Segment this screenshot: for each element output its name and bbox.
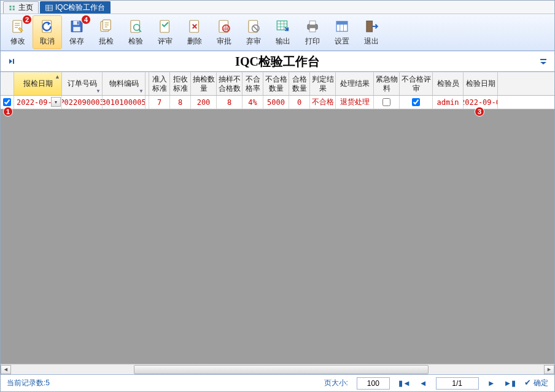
checkbox-sel[interactable] — [3, 98, 11, 106]
batch-icon — [98, 18, 115, 35]
next-page-button[interactable]: ► — [487, 379, 495, 388]
checkbox-urgent[interactable] — [382, 98, 390, 106]
home-icon — [9, 4, 16, 12]
date-dropdown-icon[interactable]: ▾ — [51, 97, 61, 107]
approve-button[interactable]: 审 审批 — [209, 15, 239, 49]
title-left-toggle[interactable] — [4, 57, 19, 66]
svg-rect-0 — [10, 6, 12, 7]
svg-rect-27 — [309, 28, 316, 32]
cell-sampleQty: 200 — [191, 96, 217, 109]
delete-button[interactable]: 删除 — [180, 15, 209, 49]
modify-badge: 2 — [22, 15, 32, 25]
cell-reportDate: 2022-09-0▾ — [14, 96, 62, 109]
filter-icon[interactable]: ▼ — [139, 88, 144, 94]
col-ngReview[interactable]: 不合格评 审 — [400, 72, 433, 95]
exit-icon — [363, 18, 380, 35]
settings-label: 设置 — [335, 36, 349, 47]
scroll-right-arrow[interactable]: ► — [544, 365, 554, 374]
tab-iqc-label: IQC检验工作台 — [55, 2, 105, 13]
scroll-left-arrow[interactable]: ◄ — [1, 365, 11, 374]
save-button[interactable]: 保存 4 — [62, 15, 91, 49]
tab-iqc[interactable]: IQC检验工作台 — [40, 1, 111, 13]
col-urgent[interactable]: 紧急物 料 — [374, 72, 400, 95]
discard-button[interactable]: 弃审 — [239, 15, 268, 49]
modify-button[interactable]: 修改 2 — [3, 15, 33, 49]
table-row[interactable]: 2022-09-0▾P02209000330101000057820084%50… — [1, 96, 554, 109]
col-inspector[interactable]: 检验员 — [433, 72, 464, 95]
cancel-button[interactable]: 取消 — [33, 15, 62, 49]
inspect-label: 检验 — [128, 36, 143, 47]
svg-rect-3 — [13, 8, 15, 10]
cell-okQty: 0 — [289, 96, 310, 109]
batch-label: 批检 — [99, 36, 114, 47]
status-bar: 当前记录数:5 页大小: ▮◄ ◄ ► ►▮ ✔ 确定 — [1, 374, 554, 391]
col-matCode[interactable]: 物料编码▼ — [103, 72, 146, 95]
col-ngQty[interactable]: 不合格 数量 — [263, 72, 289, 95]
col-inspDate[interactable]: 检验日期 — [464, 72, 498, 95]
col-orderNo[interactable]: 订单号码▼ — [62, 72, 103, 95]
confirm-button[interactable]: ✔ 确定 — [524, 378, 548, 388]
checkbox-ngReview[interactable] — [412, 98, 420, 106]
svg-rect-1 — [13, 6, 15, 7]
col-stdRej[interactable]: 拒收 标准 — [170, 72, 191, 95]
exit-label: 退出 — [364, 36, 379, 47]
horizontal-scrollbar[interactable]: ◄ ► — [1, 364, 554, 374]
page-size-input[interactable] — [357, 377, 390, 390]
filter-icon[interactable]: ▼ — [96, 88, 101, 94]
tab-home[interactable]: 主页 — [3, 1, 39, 13]
col-okQty[interactable]: 合格 数量 — [289, 72, 310, 95]
cancel-label: 取消 — [40, 36, 55, 47]
title-right-toggle[interactable] — [536, 57, 551, 66]
row-badge-right: 3 — [475, 107, 484, 117]
save-badge: 4 — [81, 15, 91, 25]
scroll-thumb[interactable] — [134, 365, 429, 374]
delete-icon — [186, 18, 203, 35]
page-info-input[interactable] — [436, 377, 479, 390]
page-title: IQC检验工作台 — [235, 53, 320, 70]
svg-rect-12 — [77, 21, 79, 25]
batch-button[interactable]: 批检 — [91, 15, 121, 49]
svg-rect-32 — [540, 59, 546, 60]
review-button[interactable]: 评审 — [150, 15, 180, 49]
grid-icon — [45, 4, 53, 12]
col-sampleQty[interactable]: 抽检数 量 — [191, 72, 217, 95]
exit-button[interactable]: 退出 — [357, 15, 386, 49]
col-sampleNg[interactable]: 抽样不 合格数 — [217, 72, 243, 95]
settings-button[interactable]: 设置 — [327, 15, 357, 49]
row-badge-left: 1 — [3, 107, 13, 117]
svg-rect-31 — [13, 59, 14, 64]
cell-stdRej: 8 — [170, 96, 191, 109]
cell-handle: 退货处理 — [336, 96, 374, 109]
col-handle[interactable]: 处理结果 — [336, 72, 374, 95]
col-judge[interactable]: 判定结 果 — [310, 72, 336, 95]
prev-page-button[interactable]: ◄ — [419, 379, 427, 388]
svg-rect-29 — [336, 21, 347, 25]
col-sel[interactable] — [1, 72, 14, 95]
export-button[interactable]: 输出 — [268, 15, 298, 49]
svg-rect-26 — [309, 21, 316, 25]
tab-bar: 主页 IQC检验工作台 — [1, 1, 554, 14]
col-reportDate[interactable]: 报检日期▲ — [14, 72, 62, 95]
tab-home-label: 主页 — [18, 2, 33, 13]
cell-ngReview — [400, 96, 433, 109]
toolbar: 修改 2 取消 保存 4 批检 检验 评审 删除 审 审批 弃审 输出 打印 — [1, 14, 554, 51]
record-count: 当前记录数:5 — [7, 378, 50, 388]
col-stdIn[interactable]: 准入 标准 — [149, 72, 170, 95]
title-bar: IQC检验工作台 — [1, 51, 554, 72]
col-ngRate[interactable]: 不合 格率 — [243, 72, 263, 95]
cell-ngQty: 5000 — [263, 96, 289, 109]
svg-rect-11 — [73, 27, 80, 31]
export-icon — [274, 18, 292, 35]
last-page-button[interactable]: ►▮ — [504, 379, 516, 388]
first-page-button[interactable]: ▮◄ — [398, 379, 411, 388]
cancel-icon — [39, 18, 56, 35]
svg-rect-15 — [131, 20, 140, 33]
svg-rect-2 — [10, 8, 12, 10]
grid-body: 2022-09-0▾P02209000330101000057820084%50… — [1, 96, 554, 364]
print-button[interactable]: 打印 — [298, 15, 327, 49]
print-label: 打印 — [305, 36, 320, 47]
cell-urgent — [374, 96, 400, 109]
scroll-track[interactable] — [11, 365, 544, 374]
export-label: 输出 — [276, 36, 290, 47]
inspect-button[interactable]: 检验 — [121, 15, 150, 49]
